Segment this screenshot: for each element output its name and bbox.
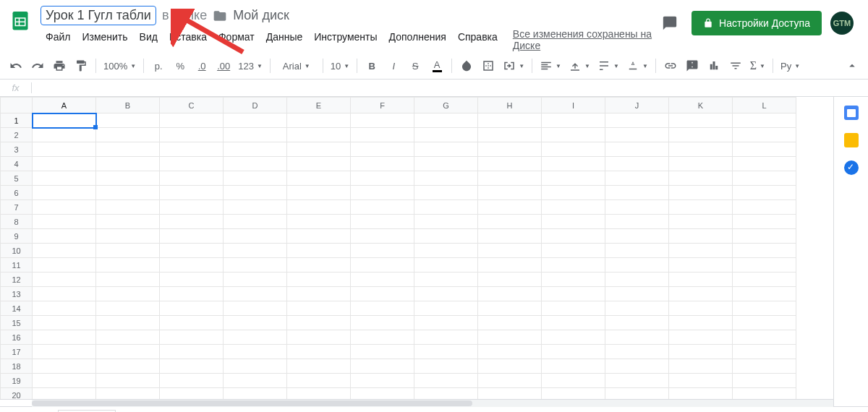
horizontal-align-button[interactable]: ▼: [537, 56, 564, 76]
currency-button[interactable]: р.: [148, 56, 169, 76]
comments-button[interactable]: [657, 10, 683, 36]
cell-A12[interactable]: [33, 272, 96, 287]
cell-I11[interactable]: [542, 258, 605, 272]
cell-J10[interactable]: [605, 244, 669, 258]
menu-edit[interactable]: Изменить: [77, 28, 132, 51]
cell-A5[interactable]: [33, 171, 96, 186]
cell-L20[interactable]: [733, 388, 796, 400]
functions-button[interactable]: Σ▼: [747, 56, 768, 76]
cell-K10[interactable]: [669, 244, 733, 258]
cell-D7[interactable]: [224, 200, 287, 215]
row-header-3[interactable]: 3: [1, 142, 33, 157]
menu-help[interactable]: Справка: [453, 28, 503, 51]
cell-E11[interactable]: [287, 258, 351, 272]
cell-H20[interactable]: [478, 388, 542, 400]
cell-B1[interactable]: [96, 113, 160, 128]
cell-G19[interactable]: [414, 374, 478, 388]
menu-file[interactable]: Файл: [41, 28, 75, 51]
cell-L10[interactable]: [733, 244, 796, 258]
cell-A14[interactable]: [33, 301, 96, 316]
keep-icon[interactable]: [844, 133, 859, 147]
undo-button[interactable]: [6, 56, 26, 76]
cell-C18[interactable]: [160, 359, 224, 374]
cell-K11[interactable]: [669, 258, 733, 272]
text-color-button[interactable]: A: [427, 56, 447, 76]
cell-K9[interactable]: [669, 229, 733, 244]
menu-format[interactable]: Формат: [213, 28, 260, 51]
cell-J6[interactable]: [605, 186, 669, 200]
row-header-16[interactable]: 16: [1, 330, 33, 345]
cell-K8[interactable]: [669, 215, 733, 229]
row-header-17[interactable]: 17: [1, 345, 33, 359]
cell-J19[interactable]: [605, 374, 669, 388]
cell-K6[interactable]: [669, 186, 733, 200]
col-header-K[interactable]: K: [669, 98, 733, 113]
col-header-I[interactable]: I: [542, 98, 605, 113]
col-header-H[interactable]: H: [478, 98, 542, 113]
cell-K12[interactable]: [669, 272, 733, 287]
cell-C9[interactable]: [160, 229, 224, 244]
cell-C15[interactable]: [160, 316, 224, 330]
filter-button[interactable]: [726, 56, 746, 76]
col-header-B[interactable]: B: [96, 98, 160, 113]
cell-B9[interactable]: [96, 229, 160, 244]
cell-E4[interactable]: [287, 157, 351, 171]
document-title-input[interactable]: [41, 6, 156, 25]
cell-C20[interactable]: [160, 388, 224, 400]
cell-L5[interactable]: [733, 171, 796, 186]
cell-H13[interactable]: [478, 287, 542, 301]
cell-F15[interactable]: [351, 316, 414, 330]
cell-K2[interactable]: [669, 128, 733, 142]
cell-A15[interactable]: [33, 316, 96, 330]
cell-I19[interactable]: [542, 374, 605, 388]
cell-J11[interactable]: [605, 258, 669, 272]
cell-F6[interactable]: [351, 186, 414, 200]
drive-location[interactable]: Мой диск: [233, 8, 289, 23]
cell-B11[interactable]: [96, 258, 160, 272]
cell-L17[interactable]: [733, 345, 796, 359]
cell-J2[interactable]: [605, 128, 669, 142]
cell-C14[interactable]: [160, 301, 224, 316]
cell-B12[interactable]: [96, 272, 160, 287]
cell-J5[interactable]: [605, 171, 669, 186]
cell-L6[interactable]: [733, 186, 796, 200]
cell-J18[interactable]: [605, 359, 669, 374]
cell-I15[interactable]: [542, 316, 605, 330]
cell-L14[interactable]: [733, 301, 796, 316]
cell-A3[interactable]: [33, 142, 96, 157]
strikethrough-button[interactable]: S: [405, 56, 425, 76]
borders-button[interactable]: [478, 56, 498, 76]
row-header-20[interactable]: 20: [1, 388, 33, 400]
row-header-2[interactable]: 2: [1, 128, 33, 142]
col-header-L[interactable]: L: [733, 98, 796, 113]
cell-E18[interactable]: [287, 359, 351, 374]
row-header-11[interactable]: 11: [1, 258, 33, 272]
row-header-8[interactable]: 8: [1, 215, 33, 229]
cell-J9[interactable]: [605, 229, 669, 244]
cell-H1[interactable]: [478, 113, 542, 128]
cell-G6[interactable]: [414, 186, 478, 200]
cell-G18[interactable]: [414, 359, 478, 374]
cell-D19[interactable]: [224, 374, 287, 388]
cell-B8[interactable]: [96, 215, 160, 229]
font-dropdown[interactable]: Arial▼: [275, 56, 318, 76]
cell-B10[interactable]: [96, 244, 160, 258]
cell-F5[interactable]: [351, 171, 414, 186]
cell-D10[interactable]: [224, 244, 287, 258]
cell-G8[interactable]: [414, 215, 478, 229]
cell-E3[interactable]: [287, 142, 351, 157]
cell-C2[interactable]: [160, 128, 224, 142]
cell-A9[interactable]: [33, 229, 96, 244]
cell-G17[interactable]: [414, 345, 478, 359]
cell-D2[interactable]: [224, 128, 287, 142]
cell-G2[interactable]: [414, 128, 478, 142]
cell-H16[interactable]: [478, 330, 542, 345]
cell-E16[interactable]: [287, 330, 351, 345]
cell-H10[interactable]: [478, 244, 542, 258]
cell-G5[interactable]: [414, 171, 478, 186]
cell-I6[interactable]: [542, 186, 605, 200]
menu-tools[interactable]: Инструменты: [309, 28, 382, 51]
cell-G13[interactable]: [414, 287, 478, 301]
cell-E17[interactable]: [287, 345, 351, 359]
cell-D20[interactable]: [224, 388, 287, 400]
